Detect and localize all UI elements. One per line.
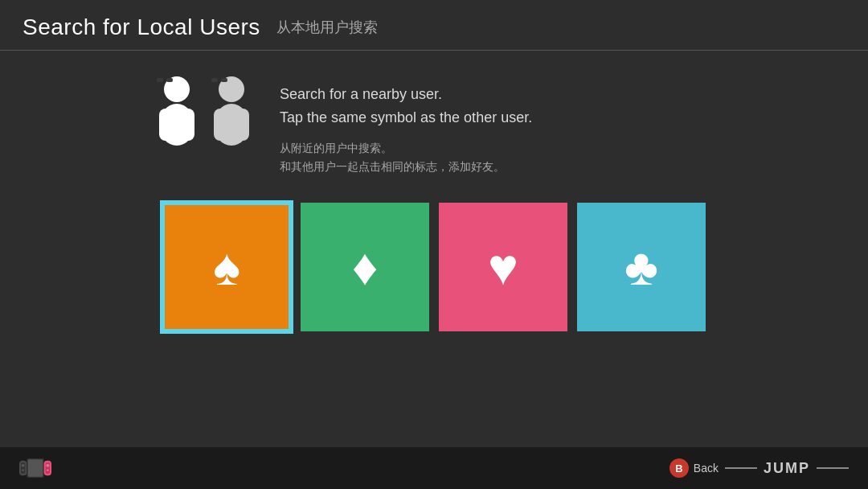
club-symbol: ♣ (624, 241, 658, 293)
svg-rect-9 (214, 109, 249, 141)
description-block: Search for a nearby user. Tap the same s… (280, 75, 532, 177)
b-button-icon: B (669, 458, 689, 478)
desc-line1-en: Search for a nearby user. (280, 86, 442, 102)
svg-rect-15 (28, 459, 43, 476)
svg-rect-6 (211, 78, 218, 82)
info-section: Search for a nearby user. Tap the same s… (153, 75, 715, 177)
page-title-en: Search for Local Users (23, 14, 260, 40)
svg-point-12 (22, 464, 25, 467)
symbol-card-diamond[interactable]: ♦ (301, 203, 429, 331)
heart-symbol: ♥ (488, 241, 518, 293)
svg-rect-1 (157, 78, 163, 82)
desc-line2-cn: 和其他用户一起点击相同的标志，添加好友。 (280, 160, 505, 173)
svg-rect-4 (159, 109, 194, 141)
back-label: Back (694, 462, 719, 475)
person-icon-2 (207, 75, 256, 147)
jump-line-left (725, 467, 757, 469)
symbol-card-club[interactable]: ♣ (577, 203, 706, 331)
symbol-cards-container: ♠ ♦ ♥ ♣ (162, 203, 706, 331)
desc-line1-cn: 从附近的用户中搜索。 (280, 142, 392, 154)
bottom-right: B Back JUMP (669, 458, 849, 478)
page-title-cn: 从本地用户搜索 (276, 18, 378, 37)
person-icon-1 (153, 75, 201, 147)
svg-rect-7 (221, 78, 227, 82)
bottom-left (19, 458, 51, 478)
jump-line-right (817, 467, 849, 469)
spade-symbol: ♠ (213, 241, 240, 293)
symbol-card-spade[interactable]: ♠ (162, 203, 291, 331)
svg-point-18 (46, 464, 49, 467)
svg-point-13 (22, 469, 24, 471)
symbol-card-heart[interactable]: ♥ (439, 203, 567, 331)
jump-section: JUMP (725, 460, 849, 477)
svg-rect-2 (166, 78, 173, 82)
jump-label: JUMP (764, 460, 810, 477)
main-content: Search for a nearby user. Tap the same s… (0, 51, 868, 331)
desc-en-block: Search for a nearby user. Tap the same s… (280, 83, 532, 129)
svg-point-19 (47, 469, 49, 471)
persons-icon-group (153, 75, 256, 147)
back-button-group[interactable]: B Back (669, 458, 719, 478)
bottom-bar: B Back JUMP (0, 447, 868, 489)
desc-line2-en: Tap the same symbol as the other user. (280, 109, 532, 125)
page-header: Search for Local Users 从本地用户搜索 (0, 0, 868, 51)
switch-console-icon (19, 458, 51, 478)
desc-cn-block: 从附近的用户中搜索。 和其他用户一起点击相同的标志，添加好友。 (280, 139, 532, 178)
diamond-symbol: ♦ (352, 241, 379, 293)
